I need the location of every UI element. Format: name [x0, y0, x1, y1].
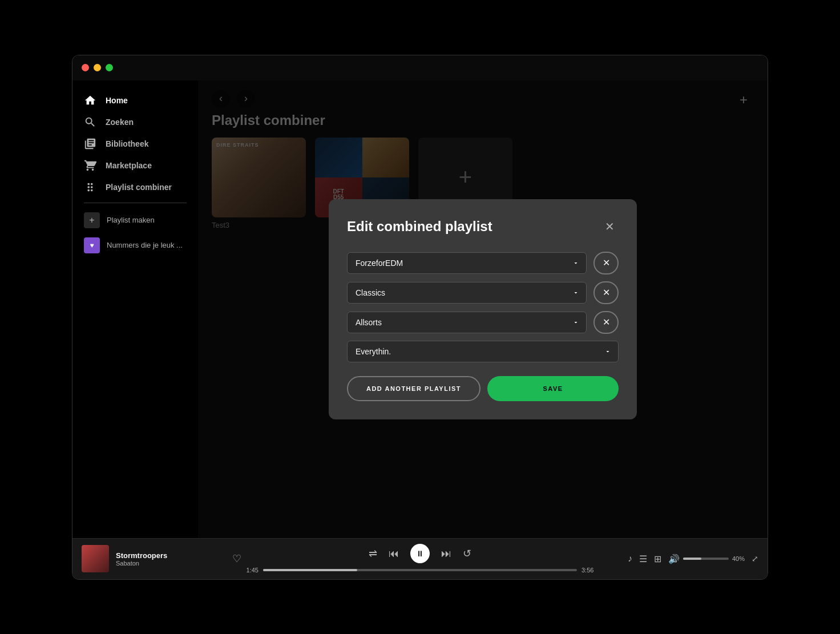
sidebar-item-liked[interactable]: ♥ Nummers die je leuk ... — [72, 233, 198, 258]
modal-backdrop: Edit combined playlist ✕ ForzeforEDM Cla… — [198, 80, 768, 538]
player-thumbnail — [82, 545, 109, 572]
library-icon — [84, 138, 96, 150]
sidebar-item-make-playlist[interactable]: + Playlist maken — [72, 208, 198, 233]
playlist-row-3: ForzeforEDM Classics Allsorts ✕ — [347, 311, 619, 334]
sidebar-divider — [84, 203, 187, 203]
sidebar-item-label-make-playlist: Playlist maken — [107, 216, 155, 224]
sidebar-item-label-search: Zoeken — [106, 118, 134, 127]
previous-button[interactable]: ⏮ — [389, 548, 399, 560]
edit-combined-playlist-modal: Edit combined playlist ✕ ForzeforEDM Cla… — [329, 199, 637, 419]
player-artist: Sabaton — [116, 560, 225, 567]
progress-bar[interactable] — [263, 569, 577, 571]
fullscreen-button[interactable]: ⤢ — [752, 554, 758, 563]
sidebar-item-label-liked: Nummers die je leuk ... — [107, 241, 183, 249]
marketplace-icon — [84, 159, 96, 172]
time-current: 1:45 — [241, 567, 259, 574]
repeat-button[interactable]: ↺ — [463, 547, 471, 560]
modal-actions: ADD ANOTHER PLAYLIST SAVE — [347, 376, 619, 401]
liked-playlist-icon: ♥ — [84, 237, 100, 253]
player-left: Stormtroopers Sabaton ♡ — [82, 545, 241, 572]
next-button[interactable]: ⏭ — [441, 548, 451, 560]
pause-button[interactable]: ⏸ — [410, 544, 430, 563]
playlist-row-1: ForzeforEDM Classics Allsorts ✕ — [347, 252, 619, 274]
sidebar-item-marketplace[interactable]: Marketplace — [72, 155, 198, 176]
title-bar — [72, 55, 768, 80]
queue-icon[interactable]: ☰ — [639, 554, 647, 564]
home-icon — [84, 94, 96, 107]
player-center: ⇌ ⏮ ⏸ ⏭ ↺ 1:45 3:56 — [241, 544, 599, 574]
close-button[interactable] — [82, 64, 89, 71]
sidebar-item-search[interactable]: Zoeken — [72, 111, 198, 133]
sidebar-item-home[interactable]: Home — [72, 90, 198, 111]
volume-control: 🔊 40% — [668, 554, 745, 564]
modal-header: Edit combined playlist ✕ — [347, 217, 619, 236]
sidebar-item-library[interactable]: Bibliotheek — [72, 133, 198, 155]
player-info: Stormtroopers Sabaton — [116, 551, 225, 567]
devices-icon[interactable]: ⊞ — [654, 554, 661, 564]
search-icon — [84, 116, 96, 128]
target-playlist-select[interactable]: Everythin. — [347, 341, 619, 362]
remove-playlist-1-button[interactable]: ✕ — [593, 252, 619, 274]
volume-fill — [683, 558, 701, 560]
sidebar-item-label-home: Home — [106, 96, 128, 105]
playlist-select-1[interactable]: ForzeforEDM Classics Allsorts — [347, 252, 587, 274]
target-playlist-row: Everythin. — [347, 341, 619, 362]
playlist-select-2[interactable]: Classics ForzeforEDM Allsorts — [347, 282, 587, 304]
volume-label: 40% — [732, 555, 745, 562]
remove-playlist-2-button[interactable]: ✕ — [593, 281, 619, 304]
sidebar-item-playlist-combiner[interactable]: Playlist combiner — [72, 176, 198, 198]
traffic-lights — [82, 64, 113, 71]
time-total: 3:56 — [581, 567, 599, 574]
playlist-select-3[interactable]: ForzeforEDM Classics Allsorts — [347, 312, 587, 333]
minimize-button[interactable] — [94, 64, 101, 71]
player-controls: ⇌ ⏮ ⏸ ⏭ ↺ — [369, 544, 471, 563]
add-another-playlist-button[interactable]: ADD ANOTHER PLAYLIST — [347, 376, 480, 401]
make-playlist-icon: + — [84, 212, 100, 228]
like-button[interactable]: ♡ — [232, 552, 241, 565]
remove-playlist-3-button[interactable]: ✕ — [593, 311, 619, 334]
combiner-icon — [84, 181, 96, 193]
app-window: Home Zoeken Bibliotheek Marketplace — [72, 55, 768, 580]
modal-title: Edit combined playlist — [347, 219, 492, 235]
save-button[interactable]: SAVE — [487, 376, 619, 401]
progress-row: 1:45 3:56 — [241, 567, 599, 574]
sidebar-item-label-library: Bibliotheek — [106, 139, 148, 148]
sidebar-item-label-marketplace: Marketplace — [106, 161, 152, 170]
volume-bar[interactable] — [683, 558, 729, 560]
modal-close-button[interactable]: ✕ — [600, 217, 619, 236]
player-song-title: Stormtroopers — [116, 551, 225, 560]
player-right: ♪ ☰ ⊞ 🔊 40% ⤢ — [599, 554, 758, 564]
lyrics-icon[interactable]: ♪ — [628, 554, 632, 564]
sidebar: Home Zoeken Bibliotheek Marketplace — [72, 80, 198, 538]
volume-icon[interactable]: 🔊 — [668, 554, 680, 564]
shuffle-button[interactable]: ⇌ — [369, 547, 377, 560]
sidebar-item-label-combiner: Playlist combiner — [106, 183, 172, 192]
content-area: ‹ › Playlist combiner + DIRE STRAITS DFT — [198, 80, 768, 538]
progress-fill — [263, 569, 357, 571]
player-bar: Stormtroopers Sabaton ♡ ⇌ ⏮ ⏸ ⏭ ↺ 1:45 3… — [72, 538, 768, 579]
maximize-button[interactable] — [106, 64, 113, 71]
main-layout: Home Zoeken Bibliotheek Marketplace — [72, 80, 768, 538]
playlist-row-2: Classics ForzeforEDM Allsorts ✕ — [347, 281, 619, 304]
